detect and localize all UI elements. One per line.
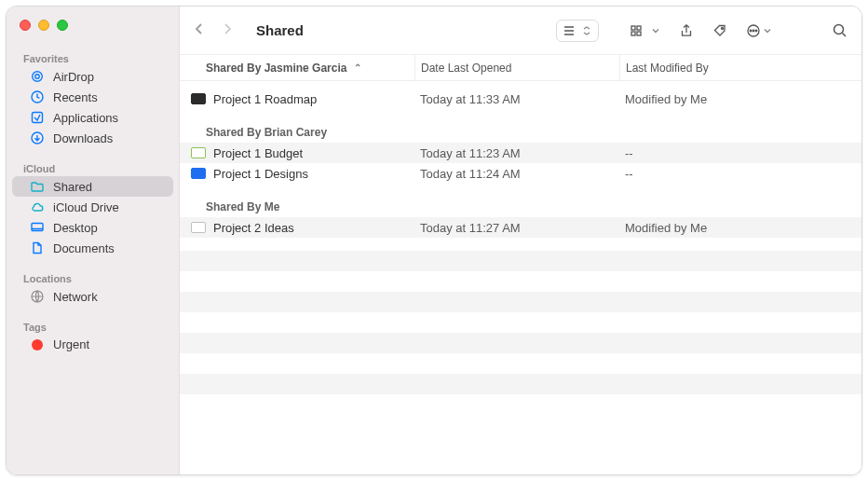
- column-header-label: Shared By Jasmine Garcia: [206, 62, 346, 75]
- sidebar-item-label: Downloads: [53, 131, 164, 145]
- file-modified-by: --: [619, 146, 861, 160]
- share-button[interactable]: [671, 20, 701, 42]
- sidebar-item-airdrop[interactable]: AirDrop: [12, 66, 173, 87]
- download-icon: [29, 131, 46, 145]
- file-icon: [191, 168, 206, 179]
- svg-rect-7: [631, 26, 635, 30]
- file-row[interactable]: Project 1 Designs Today at 11:24 AM --: [180, 163, 861, 184]
- finder-window: Favorites AirDrop Recents Applications D…: [6, 6, 862, 475]
- tags-button[interactable]: [705, 20, 735, 42]
- file-name: Project 2 Ideas: [213, 221, 294, 235]
- search-button[interactable]: [824, 19, 848, 43]
- svg-point-15: [755, 30, 757, 32]
- empty-row: [180, 374, 861, 394]
- file-icon: [191, 147, 206, 158]
- applications-icon: [29, 110, 46, 125]
- column-header-label: Last Modified By: [626, 62, 709, 75]
- sidebar-item-label: Applications: [53, 111, 164, 125]
- svg-point-13: [750, 30, 752, 32]
- sidebar-item-label: Shared: [53, 180, 164, 194]
- tag-color-icon: [29, 339, 46, 350]
- sidebar-section-icloud: iCloud: [7, 158, 179, 176]
- cloud-icon: [29, 199, 46, 214]
- empty-row: [180, 333, 861, 353]
- file-row[interactable]: Project 1 Budget Today at 11:23 AM --: [180, 143, 861, 163]
- group-header: Shared By Me: [180, 184, 861, 217]
- sidebar-item-documents[interactable]: Documents: [12, 238, 173, 258]
- empty-row: [180, 353, 861, 374]
- file-row[interactable]: Project 2 Ideas Today at 11:27 AM Modifi…: [180, 217, 861, 238]
- fullscreen-window-button[interactable]: [57, 20, 68, 31]
- back-button[interactable]: [193, 22, 206, 39]
- sidebar-item-downloads[interactable]: Downloads: [12, 128, 173, 148]
- sidebar-section-locations: Locations: [7, 268, 179, 286]
- empty-row: [180, 251, 861, 271]
- column-header-shared-by[interactable]: Shared By Jasmine Garcia ⌃: [180, 62, 414, 75]
- shared-folder-icon: [29, 179, 46, 194]
- file-date: Today at 11:24 AM: [414, 167, 619, 181]
- sidebar-section-tags: Tags: [7, 316, 179, 335]
- svg-point-1: [35, 75, 39, 78]
- sidebar-item-label: iCloud Drive: [53, 200, 164, 214]
- sidebar-item-label: AirDrop: [53, 70, 164, 84]
- sidebar-item-recents[interactable]: Recents: [12, 87, 173, 107]
- empty-row: [180, 312, 861, 333]
- svg-point-0: [33, 72, 43, 82]
- file-list: Project 1 Roadmap Today at 11:33 AM Modi…: [180, 81, 861, 474]
- svg-point-14: [753, 30, 754, 32]
- window-title: Shared: [256, 22, 322, 38]
- file-name: Project 1 Budget: [213, 146, 303, 160]
- file-date: Today at 11:27 AM: [414, 221, 619, 235]
- file-date: Today at 11:23 AM: [414, 146, 619, 160]
- column-header-label: Date Last Opened: [421, 62, 511, 75]
- sidebar-section-favorites: Favorites: [7, 48, 179, 66]
- column-header-date[interactable]: Date Last Opened: [414, 55, 619, 80]
- clock-icon: [29, 89, 46, 104]
- svg-rect-10: [637, 32, 641, 35]
- sidebar-item-network[interactable]: Network: [12, 286, 173, 307]
- toolbar: Shared: [180, 7, 861, 55]
- view-mode-button[interactable]: [556, 20, 599, 42]
- column-header-modified[interactable]: Last Modified By: [619, 55, 861, 80]
- desktop-icon: [29, 220, 46, 235]
- sidebar-item-applications[interactable]: Applications: [12, 107, 173, 128]
- file-icon: [191, 93, 206, 104]
- sidebar-item-label: Network: [53, 290, 164, 304]
- file-modified-by: --: [619, 167, 861, 181]
- minimize-window-button[interactable]: [38, 20, 49, 31]
- svg-rect-8: [637, 26, 641, 30]
- airdrop-icon: [29, 69, 46, 84]
- svg-rect-9: [631, 32, 635, 35]
- sidebar-item-icloud-drive[interactable]: iCloud Drive: [12, 197, 173, 217]
- sidebar: Favorites AirDrop Recents Applications D…: [7, 7, 180, 474]
- empty-row: [180, 292, 861, 312]
- main-content: Shared: [180, 7, 861, 474]
- empty-row: [180, 271, 861, 292]
- document-icon: [29, 240, 46, 255]
- sidebar-item-label: Documents: [53, 241, 164, 255]
- file-date: Today at 11:33 AM: [414, 92, 619, 106]
- svg-rect-5: [32, 224, 43, 231]
- window-controls: [7, 18, 179, 48]
- sort-ascending-icon: ⌃: [354, 62, 361, 73]
- file-name: Project 1 Designs: [213, 167, 308, 181]
- close-window-button[interactable]: [20, 20, 31, 31]
- sidebar-item-shared[interactable]: Shared: [12, 176, 173, 197]
- file-name: Project 1 Roadmap: [213, 92, 317, 106]
- sidebar-item-tag-urgent[interactable]: Urgent: [12, 335, 173, 354]
- network-globe-icon: [29, 289, 46, 304]
- file-modified-by: Modified by Me: [619, 92, 861, 106]
- sidebar-item-label: Desktop: [53, 221, 164, 235]
- group-header: Shared By Brian Carey: [180, 109, 861, 143]
- column-header-row: Shared By Jasmine Garcia ⌃ Date Last Ope…: [180, 55, 861, 81]
- svg-point-11: [722, 27, 724, 29]
- file-row[interactable]: Project 1 Roadmap Today at 11:33 AM Modi…: [180, 89, 861, 109]
- sidebar-item-desktop[interactable]: Desktop: [12, 217, 173, 238]
- file-modified-by: Modified by Me: [619, 221, 861, 235]
- svg-point-16: [834, 24, 844, 34]
- group-by-button[interactable]: [623, 21, 668, 41]
- sidebar-item-label: Urgent: [53, 337, 164, 351]
- more-actions-button[interactable]: [739, 20, 780, 42]
- sidebar-item-label: Recents: [53, 90, 164, 104]
- forward-button[interactable]: [221, 22, 234, 39]
